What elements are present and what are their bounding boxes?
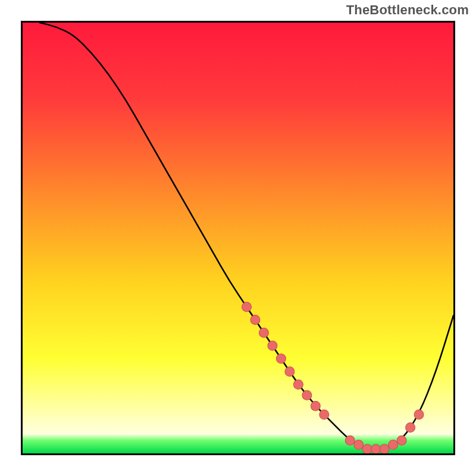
data-point xyxy=(268,341,277,350)
data-point xyxy=(380,444,389,453)
data-point xyxy=(259,328,268,337)
data-point xyxy=(276,354,286,364)
data-point xyxy=(293,380,303,389)
data-curve xyxy=(40,23,453,449)
data-point xyxy=(406,423,415,433)
data-point xyxy=(302,390,312,400)
data-point xyxy=(362,444,372,453)
data-point xyxy=(397,436,406,445)
data-point xyxy=(389,440,398,450)
data-point xyxy=(354,440,364,450)
watermark-text: TheBottleneck.com xyxy=(346,2,469,18)
data-point xyxy=(250,315,260,325)
chart-frame: TheBottleneck.com xyxy=(0,0,476,476)
data-point xyxy=(414,410,424,419)
data-point xyxy=(371,444,381,453)
data-point xyxy=(320,410,329,419)
data-point xyxy=(242,302,252,312)
chart-svg xyxy=(23,23,453,453)
data-point xyxy=(311,401,320,411)
data-point xyxy=(345,436,355,445)
data-point xyxy=(285,367,295,376)
plot-area xyxy=(21,21,455,455)
data-markers xyxy=(242,302,424,453)
